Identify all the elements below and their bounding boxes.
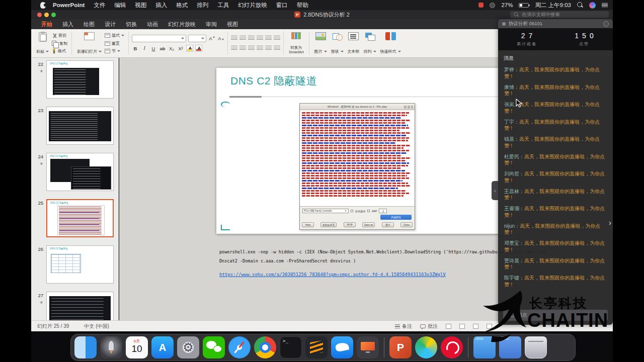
subscript-button[interactable]: X₂ — [168, 45, 175, 52]
menu-item[interactable]: 插入 — [155, 2, 167, 9]
align-right-icon[interactable] — [248, 46, 255, 51]
menu-item[interactable]: 工具 — [217, 2, 229, 9]
convert-smartart-button[interactable]: 转换为SmartArt — [287, 31, 306, 56]
font-size-select[interactable] — [188, 35, 206, 42]
layout-button[interactable]: 版式 — [105, 32, 124, 39]
slideshow-view-icon[interactable] — [487, 324, 492, 329]
dingtalk-icon[interactable] — [331, 336, 353, 358]
slide-thumbnail[interactable]: DNS C2 隐蔽隧道 — [46, 153, 114, 191]
info-icon[interactable]: i — [603, 21, 609, 27]
chevron-right-icon[interactable]: › — [609, 218, 611, 227]
format-painter-button[interactable]: 格式 — [52, 48, 67, 54]
ribbon-tab[interactable]: 审阅 — [206, 21, 217, 28]
ribbon-tab[interactable]: 视图 — [227, 21, 238, 28]
menu-item[interactable]: 视图 — [135, 2, 146, 9]
app-menu-title[interactable]: PowerPoint — [53, 2, 85, 8]
slide-thumbnail[interactable]: DNS C2 隐蔽隧道 — [46, 245, 114, 284]
numbered-list-icon[interactable] — [239, 36, 246, 41]
font-color-button[interactable] — [195, 45, 202, 52]
menubar-clock[interactable]: 周二 上午9:03 — [535, 2, 571, 9]
sohu-hyperlink[interactable]: https://www.sohu.com/a/303051256_783648?… — [219, 272, 446, 277]
collapse-chat-button[interactable]: ‹ — [492, 181, 498, 200]
spotlight-search-icon[interactable] — [577, 2, 583, 8]
menu-item[interactable]: 幻灯片放映 — [238, 2, 267, 9]
slide-thumbnail[interactable]: DNS C2 隐蔽隧道 — [46, 107, 114, 145]
ribbon-tab[interactable]: 动画 — [147, 21, 158, 28]
system-preferences-icon[interactable]: ⚙ — [177, 336, 199, 358]
chat-header[interactable]: 协议分析 06101 i — [498, 19, 613, 28]
language-indicator[interactable]: 中文 (中国) — [84, 323, 109, 330]
trash-icon[interactable] — [525, 336, 547, 358]
menu-item[interactable]: 窗口 — [276, 2, 288, 9]
menu-item[interactable]: 文件 — [94, 2, 105, 9]
normal-view-icon[interactable] — [446, 324, 451, 329]
paste-button[interactable]: 粘贴 — [34, 31, 51, 56]
powerpoint-icon[interactable]: P — [389, 336, 412, 358]
justify-icon[interactable] — [257, 46, 263, 51]
arrange-button[interactable]: 排列 — [362, 31, 378, 56]
netease-music-icon[interactable] — [441, 336, 463, 358]
indent-decrease-icon[interactable] — [248, 36, 255, 41]
new-slide-button[interactable]: 新建幻灯片 — [75, 31, 104, 56]
finder-icon[interactable] — [74, 336, 97, 358]
highlight-color-button[interactable] — [186, 45, 193, 52]
insert-textbox-button[interactable]: 文本框 — [346, 31, 362, 56]
chat-message-input[interactable]: 输入消息 — [503, 310, 608, 321]
line-spacing-icon[interactable] — [274, 36, 280, 41]
safari-icon[interactable] — [228, 336, 251, 358]
columns-icon[interactable] — [265, 46, 272, 51]
folder-icon[interactable] — [499, 336, 521, 358]
remote-desktop-icon[interactable] — [357, 336, 379, 358]
bold-button[interactable]: B — [132, 45, 139, 52]
font-family-select[interactable] — [132, 35, 186, 42]
slide-screenshot-image[interactable]: Minishell - 虚拟HID 及 tcp drivers nc 2 - F… — [299, 103, 415, 230]
ribbon-tab[interactable]: 幻灯片放映 — [168, 21, 196, 28]
indent-increase-icon[interactable] — [257, 36, 263, 41]
folder-icon[interactable] — [473, 336, 496, 358]
battery-icon[interactable] — [519, 3, 529, 8]
ribbon-tab[interactable]: 开始 — [41, 21, 52, 28]
ribbon-tab[interactable]: 切换 — [126, 21, 137, 28]
superscript-button[interactable]: X² — [177, 45, 184, 52]
grow-font-button[interactable]: A — [208, 35, 215, 42]
wechat-icon[interactable] — [203, 336, 225, 358]
italic-button[interactable]: I — [141, 45, 148, 52]
comments-toggle-button[interactable]: 批注 — [420, 323, 438, 330]
slide-thumbnail[interactable]: DNS C2 隐蔽隧道 — [46, 199, 114, 237]
slide-thumbnail[interactable]: DNS C2 隐蔽隧道 — [46, 60, 114, 99]
align-center-icon[interactable] — [239, 46, 246, 51]
apple-menu-icon[interactable] — [40, 2, 46, 9]
strikethrough-button[interactable]: ab — [159, 45, 166, 52]
slide-sorter-view-icon[interactable] — [459, 324, 465, 329]
app-store-icon[interactable]: A — [151, 336, 174, 358]
section-button[interactable]: 节 — [105, 48, 124, 54]
app-status-icon[interactable] — [478, 3, 484, 8]
slide-title[interactable]: DNS C2 隐蔽隧道 — [230, 74, 317, 88]
chrome-icon[interactable] — [254, 336, 276, 358]
text-direction-icon[interactable] — [265, 36, 272, 41]
align-objects-icon[interactable] — [274, 46, 280, 51]
shrink-font-button[interactable]: A — [217, 35, 224, 42]
status-circle-icon[interactable] — [490, 3, 495, 8]
slide-canvas[interactable]: DNS C2 隐蔽隧道 Minishell - 虚拟HID 及 tcp driv… — [216, 68, 512, 234]
launchpad-icon[interactable] — [100, 336, 122, 358]
reading-view-icon[interactable] — [473, 324, 478, 329]
browser-icon[interactable] — [415, 336, 437, 358]
notification-center-icon[interactable] — [602, 2, 608, 9]
reset-button[interactable]: 重置 — [105, 40, 124, 47]
ribbon-tab[interactable]: 插入 — [62, 21, 73, 28]
bullet-list-icon[interactable] — [231, 36, 237, 41]
menu-item[interactable]: 编辑 — [114, 2, 126, 9]
notes-toggle-button[interactable]: 备注 — [395, 323, 412, 330]
copy-button[interactable]: 复制 — [52, 40, 67, 47]
terminal-icon[interactable]: >_ — [280, 336, 302, 358]
slide-thumbnail[interactable]: DNS C2 隐蔽隧道 — [46, 292, 114, 320]
cut-button[interactable]: 剪切 — [52, 32, 67, 39]
sublime-text-icon[interactable] — [305, 336, 328, 358]
insert-shapes-button[interactable]: 形状 — [329, 31, 346, 56]
menu-item[interactable]: 排列 — [197, 2, 208, 9]
presentation-search-input[interactable]: 在演示文稿中搜索 — [510, 11, 609, 18]
quick-styles-button[interactable]: 快速样式 — [378, 31, 403, 56]
insert-picture-button[interactable]: 图片 — [312, 31, 329, 56]
ribbon-tab[interactable]: 设计 — [105, 21, 116, 28]
